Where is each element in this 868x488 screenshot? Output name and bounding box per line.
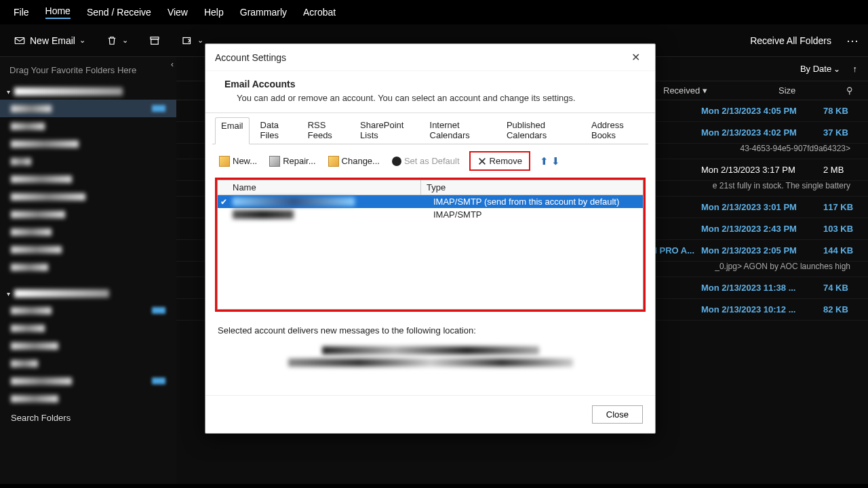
menu-send-receive[interactable]: Send / Receive bbox=[87, 7, 151, 18]
svg-rect-2 bbox=[151, 39, 159, 44]
chevron-down-icon: ⌄ bbox=[197, 36, 203, 45]
folder-item[interactable] bbox=[0, 372, 176, 390]
tab-rss-feeds[interactable]: RSS Feeds bbox=[307, 117, 349, 144]
menu-help[interactable]: Help bbox=[204, 7, 224, 18]
folder-item[interactable] bbox=[0, 223, 176, 241]
checkmark-icon bbox=[392, 157, 401, 166]
account-name-redacted bbox=[233, 197, 355, 206]
folder-item[interactable] bbox=[0, 188, 176, 205]
account-name-redacted bbox=[233, 210, 294, 219]
account-type: IMAP/SMTP bbox=[431, 208, 643, 221]
account-type: IMAP/SMTP (send from this account by def… bbox=[431, 195, 643, 208]
remove-button[interactable]: Remove bbox=[469, 151, 530, 171]
column-type[interactable]: Type bbox=[421, 180, 643, 195]
folder-item[interactable] bbox=[0, 205, 176, 223]
change-button[interactable]: Change... bbox=[326, 154, 382, 169]
account-table-highlight: Name Type ✔ IMAP/SMTP (send from this ac… bbox=[215, 178, 646, 312]
folder-item[interactable] bbox=[0, 319, 176, 337]
folder-item[interactable] bbox=[0, 152, 176, 170]
tab-internet-calendars[interactable]: Internet Calendars bbox=[429, 117, 496, 144]
move-icon bbox=[181, 35, 193, 47]
mail-icon bbox=[14, 35, 26, 47]
set-default-button[interactable]: Set as Default bbox=[389, 154, 462, 168]
folder-item[interactable] bbox=[0, 390, 176, 407]
folder-item[interactable] bbox=[0, 241, 176, 258]
tab-email[interactable]: Email bbox=[215, 117, 250, 144]
archive-icon bbox=[149, 35, 161, 47]
new-email-label: New Email bbox=[30, 35, 75, 46]
receive-all-button[interactable]: Receive All Folders bbox=[745, 33, 837, 49]
remove-icon bbox=[477, 157, 487, 166]
location-redacted bbox=[322, 346, 539, 354]
more-icon[interactable]: ⋯ bbox=[846, 33, 860, 48]
sort-by-date[interactable]: By Date bbox=[800, 64, 841, 74]
favorite-folders-hint: Drag Your Favorite Folders Here bbox=[0, 57, 176, 83]
new-account-button[interactable]: New... bbox=[216, 154, 260, 169]
tab-published-calendars[interactable]: Published Calendars bbox=[505, 117, 580, 144]
folder-item[interactable] bbox=[0, 100, 176, 117]
folder-item[interactable] bbox=[0, 117, 176, 135]
close-icon[interactable]: ✕ bbox=[626, 49, 646, 65]
deliver-label: Selected account delivers new messages t… bbox=[218, 325, 643, 336]
new-email-button[interactable]: New Email ⌄ bbox=[8, 32, 91, 49]
folder-item[interactable] bbox=[0, 135, 176, 152]
column-size[interactable]: Size bbox=[778, 85, 819, 96]
account-row[interactable]: IMAP/SMTP bbox=[218, 208, 643, 221]
tab-address-books[interactable]: Address Books bbox=[590, 117, 646, 144]
change-icon bbox=[328, 156, 339, 167]
menu-grammarly[interactable]: Grammarly bbox=[240, 7, 287, 18]
move-button[interactable]: ⌄ bbox=[176, 32, 209, 49]
dialog-heading: Email Accounts bbox=[224, 79, 296, 89]
account-settings-dialog: Account Settings ✕ Email Accounts You ca… bbox=[205, 43, 656, 434]
folder-item[interactable] bbox=[0, 354, 176, 372]
search-folders[interactable]: Search Folders bbox=[0, 407, 176, 428]
delete-button[interactable]: ⌄ bbox=[100, 32, 134, 49]
menu-acrobat[interactable]: Acrobat bbox=[303, 7, 336, 18]
menu-home[interactable]: Home bbox=[45, 5, 71, 19]
close-button[interactable]: Close bbox=[592, 405, 643, 424]
account-toolbar: New... Repair... Change... Set as Defaul… bbox=[212, 144, 648, 178]
archive-button[interactable] bbox=[143, 32, 166, 49]
receive-all-label: Receive All Folders bbox=[750, 35, 831, 46]
column-received[interactable]: Received ▾ bbox=[663, 85, 751, 96]
account-group-2[interactable] bbox=[0, 285, 176, 302]
move-arrows[interactable]: ⬆⬇ bbox=[540, 155, 560, 167]
account-row[interactable]: ✔ IMAP/SMTP (send from this account by d… bbox=[218, 195, 643, 208]
menu-file[interactable]: File bbox=[14, 7, 29, 18]
menubar: File Home Send / Receive View Help Gramm… bbox=[0, 0, 868, 24]
repair-button[interactable]: Repair... bbox=[267, 154, 318, 169]
chevron-down-icon: ⌄ bbox=[122, 36, 128, 45]
folder-item[interactable] bbox=[0, 170, 176, 188]
dialog-title: Account Settings bbox=[215, 52, 286, 63]
column-settings-icon[interactable]: ⚲ bbox=[846, 85, 857, 96]
settings-tabs: Email Data Files RSS Feeds SharePoint Li… bbox=[212, 113, 648, 144]
folder-item[interactable] bbox=[0, 302, 176, 319]
sort-ascending-icon[interactable]: ↑ bbox=[853, 64, 858, 74]
new-icon bbox=[219, 156, 230, 167]
tab-data-files[interactable]: Data Files bbox=[259, 117, 297, 144]
column-name[interactable]: Name bbox=[218, 180, 421, 195]
folder-item[interactable] bbox=[0, 337, 176, 354]
arrow-up-icon[interactable]: ⬆ bbox=[540, 155, 549, 167]
collapse-icon[interactable]: ‹ bbox=[171, 60, 174, 69]
menu-view[interactable]: View bbox=[167, 7, 188, 18]
folder-item[interactable] bbox=[0, 258, 176, 276]
repair-icon bbox=[269, 156, 280, 167]
dialog-description: You can add or remove an account. You ca… bbox=[237, 93, 636, 103]
chevron-down-icon: ⌄ bbox=[79, 36, 85, 45]
folder-sidebar: ‹ Drag Your Favorite Folders Here Search… bbox=[0, 57, 176, 484]
svg-rect-0 bbox=[15, 37, 24, 43]
tab-sharepoint[interactable]: SharePoint Lists bbox=[359, 117, 418, 144]
default-check-icon: ✔ bbox=[218, 197, 230, 207]
arrow-down-icon[interactable]: ⬇ bbox=[551, 155, 560, 167]
account-group-1[interactable] bbox=[0, 83, 176, 100]
location-redacted bbox=[288, 359, 573, 367]
trash-icon bbox=[106, 35, 118, 47]
svg-rect-3 bbox=[183, 37, 191, 43]
